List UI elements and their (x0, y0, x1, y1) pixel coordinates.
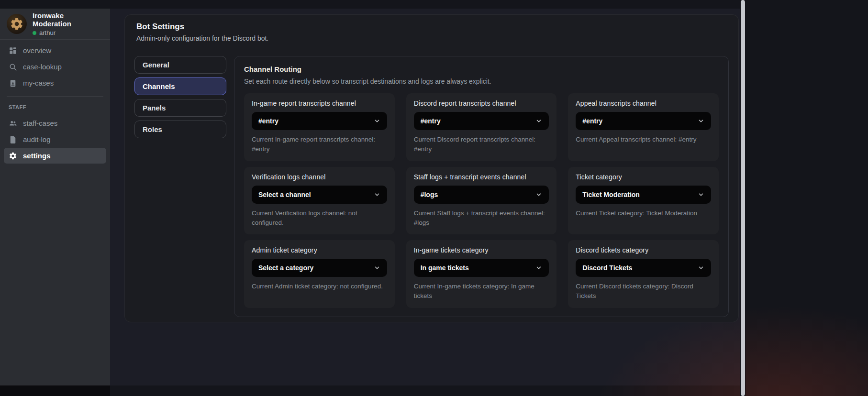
sidebar-item-label: overview (23, 46, 51, 55)
select-value: Discord Tickets (582, 264, 632, 272)
channel-routing-panel: Channel Routing Set each route directly … (234, 56, 729, 317)
route-label: Discord tickets category (576, 246, 711, 254)
document-icon (9, 135, 17, 144)
route-label: Appeal transcripts channel (576, 99, 711, 107)
page-subtitle: Admin-only configuration for the Discord… (136, 34, 727, 42)
routes-grid: In-game report transcripts channel#entry… (244, 93, 719, 308)
chevron-down-icon (374, 191, 380, 198)
staff-section-label: STAFF (0, 100, 110, 112)
sidebar-item-label: staff-cases (23, 119, 57, 127)
tab-roles[interactable]: Roles (134, 121, 226, 138)
chevron-down-icon (698, 191, 704, 198)
bottom-bar (0, 385, 110, 396)
scrollbar-track[interactable] (740, 0, 746, 396)
in-game-tickets-category-select[interactable]: In game tickets (414, 259, 549, 277)
server-meta: Ironwake Moderation arthur (33, 11, 103, 36)
sidebar-item-label: case-lookup (23, 63, 62, 71)
search-icon (9, 63, 17, 71)
sidebar-item-label: my-cases (23, 79, 54, 87)
page: Ironwake Moderation arthur overviewcase-… (0, 0, 868, 396)
in-game-report-transcripts-channel-select[interactable]: #entry (252, 112, 387, 130)
discord-report-transcripts-channel-select[interactable]: #entry (414, 112, 549, 130)
route-label: Discord report transcripts channel (414, 99, 549, 107)
tab-panels[interactable]: Panels (134, 99, 226, 117)
select-value: Ticket Moderation (582, 191, 640, 198)
chevron-down-icon (698, 118, 704, 124)
settings-body: GeneralChannelsPanelsRoles Channel Routi… (125, 49, 738, 324)
route-label: Admin ticket category (252, 246, 387, 254)
sidebar-item-label: audit-log (23, 135, 51, 143)
sidebar-item-overview[interactable]: overview (4, 43, 106, 58)
route-card-discord-tickets-category: Discord tickets categoryDiscord TicketsC… (568, 240, 719, 308)
route-helper-text: Current Admin ticket category: not confi… (252, 282, 387, 291)
route-label: Staff logs + transcript events channel (414, 173, 549, 181)
route-helper-text: Current Verification logs channel: not c… (252, 209, 387, 228)
sidebar-item-audit-log[interactable]: audit-log (4, 132, 106, 147)
sidebar-item-settings[interactable]: settings (4, 148, 106, 164)
route-helper-text: Current In-game tickets category: In gam… (414, 282, 549, 301)
route-label: In-game tickets category (414, 246, 549, 254)
sidebar: Ironwake Moderation arthur overviewcase-… (0, 9, 110, 385)
tab-general[interactable]: General (134, 56, 226, 74)
settings-header: Bot Settings Admin-only configuration fo… (125, 15, 738, 49)
route-card-discord-report-transcripts-channel: Discord report transcripts channel#entry… (406, 93, 557, 161)
select-value: Select a channel (258, 191, 311, 198)
route-helper-text: Current Discord report transcripts chann… (414, 135, 549, 154)
chevron-down-icon (374, 118, 380, 124)
chevron-down-icon (698, 264, 704, 271)
appeal-transcripts-channel-select[interactable]: #entry (576, 112, 711, 130)
tab-channels[interactable]: Channels (134, 77, 226, 95)
route-card-admin-ticket-category: Admin ticket categorySelect a categoryCu… (244, 240, 395, 308)
sidebar-menu-main: overviewcase-lookupmy-cases (0, 40, 110, 92)
chevron-down-icon (535, 264, 542, 271)
route-label: Ticket category (576, 173, 711, 181)
id-badge-icon (9, 79, 17, 88)
route-helper-text: Current Appeal transcripts channel: #ent… (576, 135, 711, 144)
route-card-verification-logs-channel: Verification logs channelSelect a channe… (244, 167, 395, 235)
sidebar-item-case-lookup[interactable]: case-lookup (4, 59, 106, 75)
route-card-appeal-transcripts-channel: Appeal transcripts channel#entryCurrent … (568, 93, 719, 161)
grid-icon (9, 46, 17, 55)
online-status-icon (33, 31, 36, 35)
users-icon (9, 119, 17, 128)
server-name: Ironwake Moderation (33, 11, 103, 28)
staff-logs-transcript-events-channel-select[interactable]: #logs (414, 186, 549, 204)
route-label: In-game report transcripts channel (252, 99, 387, 107)
verification-logs-channel-select[interactable]: Select a channel (252, 186, 387, 204)
scrollbar-thumb[interactable] (741, 0, 745, 396)
select-value: Select a category (258, 264, 313, 272)
route-helper-text: Current Discord tickets category: Discor… (576, 282, 711, 301)
select-value: #entry (258, 117, 278, 125)
chevron-down-icon (374, 264, 380, 271)
discord-tickets-category-select[interactable]: Discord Tickets (576, 259, 711, 277)
route-label: Verification logs channel (252, 173, 387, 181)
settings-tabs: GeneralChannelsPanelsRoles (134, 56, 226, 317)
sidebar-divider (7, 96, 103, 97)
route-card-ticket-category: Ticket categoryTicket ModerationCurrent … (568, 167, 719, 235)
panel-title: Channel Routing (244, 65, 719, 73)
chevron-down-icon (535, 118, 542, 124)
admin-ticket-category-select[interactable]: Select a category (252, 259, 387, 277)
route-helper-text: Current Staff logs + transcript events c… (414, 209, 549, 228)
select-value: In game tickets (421, 264, 469, 272)
sidebar-item-my-cases[interactable]: my-cases (4, 75, 106, 91)
gear-icon (9, 152, 17, 160)
route-card-staff-logs-transcript-events-channel: Staff logs + transcript events channel#l… (406, 167, 557, 235)
sidebar-item-staff-cases[interactable]: staff-cases (4, 115, 106, 131)
settings-card: Bot Settings Admin-only configuration fo… (124, 14, 739, 322)
server-status: arthur (33, 29, 103, 36)
server-header[interactable]: Ironwake Moderation arthur (0, 9, 110, 40)
select-value: #entry (421, 117, 441, 125)
status-username: arthur (39, 29, 56, 36)
page-title: Bot Settings (136, 22, 727, 32)
chevron-down-icon (535, 191, 542, 198)
route-helper-text: Current In-game report transcripts chann… (252, 135, 387, 154)
sidebar-menu-staff: staff-casesaudit-logsettings (0, 112, 110, 165)
panel-subtitle: Set each route directly below so transcr… (244, 77, 719, 85)
route-card-in-game-report-transcripts-channel: In-game report transcripts channel#entry… (244, 93, 395, 161)
ticket-category-select[interactable]: Ticket Moderation (576, 186, 711, 204)
server-logo-icon (7, 14, 27, 34)
select-value: #logs (421, 191, 438, 198)
route-helper-text: Current Ticket category: Ticket Moderati… (576, 209, 711, 218)
route-card-in-game-tickets-category: In-game tickets categoryIn game ticketsC… (406, 240, 557, 308)
